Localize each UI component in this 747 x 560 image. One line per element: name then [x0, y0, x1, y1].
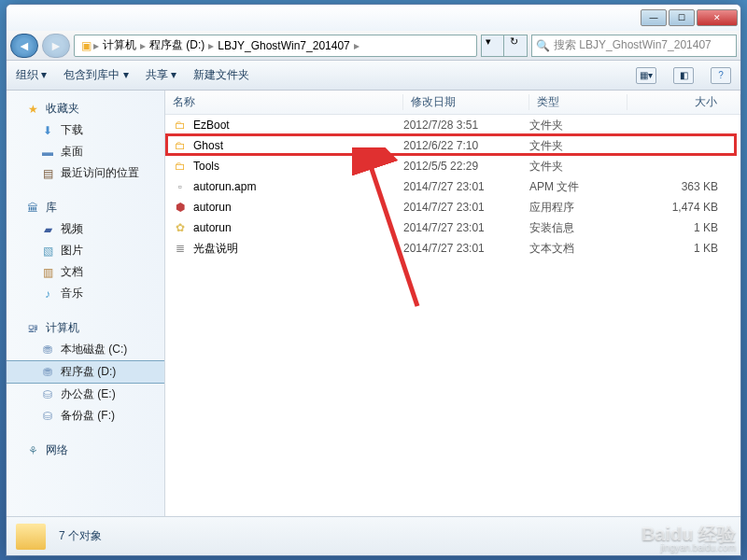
file-type: APM 文件: [529, 179, 627, 195]
sidebar-item-label: 下载: [61, 122, 83, 138]
exe-icon: ⬢: [173, 201, 188, 214]
sidebar-item-label: 最近访问的位置: [61, 165, 139, 181]
file-date: 2014/7/27 23:01: [403, 201, 529, 214]
status-text: 7 个对象: [59, 528, 102, 544]
desktop-icon: ▬: [40, 146, 55, 159]
sidebar-item-music[interactable]: ♪音乐: [7, 283, 164, 304]
column-name[interactable]: 名称: [165, 94, 403, 110]
search-icon: 🔍: [536, 39, 550, 52]
folder-icon: ▣: [78, 39, 93, 52]
sidebar-item-label: 视频: [61, 221, 83, 237]
network-label: 网络: [46, 442, 68, 458]
drive-icon: ⛃: [40, 343, 55, 357]
minimize-button[interactable]: —: [641, 9, 667, 26]
sidebar-item-downloads[interactable]: ⬇下载: [7, 119, 164, 141]
sidebar-item-videos[interactable]: ▰视频: [7, 218, 164, 240]
new-folder-button[interactable]: 新建文件夹: [193, 67, 249, 83]
file-date: 2012/7/28 3:51: [403, 119, 529, 132]
star-icon: ★: [25, 103, 40, 116]
sidebar-item-drive-c[interactable]: ⛃本地磁盘 (C:): [7, 339, 164, 360]
close-button[interactable]: ✕: [697, 9, 738, 26]
libraries-label: 库: [46, 200, 57, 216]
file-type: 应用程序: [529, 200, 627, 216]
file-row[interactable]: 🗀Ghost2012/6/22 7:10文件夹: [165, 135, 740, 156]
file-name: Ghost: [193, 139, 223, 152]
address-bar[interactable]: ▣ ▸ 计算机 ▸ 程序盘 (D:) ▸ LBJY_GhostWin7_2014…: [74, 35, 477, 57]
computer-group[interactable]: 🖳计算机: [7, 317, 164, 339]
apm-icon: ▫: [173, 180, 188, 193]
file-name: EzBoot: [193, 119, 230, 132]
file-row[interactable]: ▫autorun.apm2014/7/27 23:01APM 文件363 KB: [165, 176, 740, 197]
folder-icon: 🗀: [173, 119, 188, 132]
column-type[interactable]: 类型: [529, 94, 627, 110]
breadcrumb-drive[interactable]: 程序盘 (D:): [146, 37, 208, 53]
file-name: Tools: [193, 160, 219, 173]
file-type: 文件夹: [529, 118, 627, 133]
breadcrumb-computer[interactable]: 计算机: [99, 37, 140, 53]
file-row[interactable]: 🗀EzBoot2012/7/28 3:51文件夹: [165, 115, 740, 135]
file-row[interactable]: ⬢autorun2014/7/27 23:01应用程序1,474 KB: [165, 197, 740, 217]
computer-icon: 🖳: [25, 322, 40, 335]
sidebar-item-recent[interactable]: ▤最近访问的位置: [7, 162, 164, 184]
file-row[interactable]: ≣光盘说明2014/7/27 23:01文本文档1 KB: [165, 238, 740, 259]
network-icon: ⚘: [25, 444, 40, 457]
sidebar-item-drive-f[interactable]: ⛁备份盘 (F:): [7, 405, 164, 427]
sidebar-item-desktop[interactable]: ▬桌面: [7, 141, 164, 162]
sidebar-item-label: 办公盘 (E:): [61, 386, 116, 402]
column-date[interactable]: 修改日期: [403, 94, 529, 110]
file-size: 1,474 KB: [627, 201, 740, 214]
libraries-group[interactable]: 🏛库: [7, 197, 164, 218]
search-input[interactable]: 🔍 搜索 LBJY_GhostWin7_201407: [531, 35, 737, 57]
file-type: 安装信息: [529, 220, 627, 236]
history-dropdown[interactable]: ▾: [482, 35, 504, 56]
sidebar-item-label: 桌面: [61, 144, 83, 160]
navbar: ◄ ► ▣ ▸ 计算机 ▸ 程序盘 (D:) ▸ LBJY_GhostWin7_…: [7, 31, 740, 61]
view-options-button[interactable]: ▦▾: [636, 67, 656, 84]
sidebar-item-label: 音乐: [61, 286, 83, 301]
file-date: 2012/6/22 7:10: [403, 139, 529, 152]
video-icon: ▰: [40, 223, 55, 236]
share-menu[interactable]: 共享 ▾: [146, 67, 176, 83]
sidebar-item-pictures[interactable]: ▧图片: [7, 240, 164, 261]
file-size: 363 KB: [627, 180, 740, 193]
file-name: autorun: [193, 201, 232, 214]
picture-icon: ▧: [40, 245, 55, 258]
column-size[interactable]: 大小: [627, 94, 740, 110]
sidebar-item-documents[interactable]: ▥文档: [7, 261, 164, 283]
favorites-group[interactable]: ★收藏夹: [7, 98, 164, 119]
drive-icon: ⛁: [40, 388, 55, 401]
file-list-pane: 名称 修改日期 类型 大小 🗀EzBoot2012/7/28 3:51文件夹🗀G…: [165, 91, 740, 516]
sidebar-item-label: 程序盘 (D:): [61, 364, 116, 380]
organize-menu[interactable]: 组织 ▾: [16, 67, 47, 83]
navigation-pane: ★收藏夹 ⬇下载 ▬桌面 ▤最近访问的位置 🏛库 ▰视频 ▧图片 ▥文档 ♪音乐…: [7, 91, 165, 516]
sidebar-item-drive-e[interactable]: ⛁办公盘 (E:): [7, 384, 164, 405]
file-type: 文件夹: [529, 138, 627, 154]
search-placeholder: 搜索 LBJY_GhostWin7_201407: [554, 37, 712, 53]
inf-icon: ✿: [173, 221, 188, 234]
file-date: 2012/5/5 22:29: [403, 160, 529, 173]
network-group[interactable]: ⚘网络: [7, 440, 164, 461]
file-name: autorun.apm: [193, 180, 256, 193]
file-row[interactable]: 🗀Tools2012/5/5 22:29文件夹: [165, 156, 740, 176]
breadcrumb-folder[interactable]: LBJY_GhostWin7_201407: [214, 39, 353, 52]
document-icon: ▥: [40, 266, 55, 279]
maximize-button[interactable]: ☐: [669, 9, 695, 26]
explorer-window: — ☐ ✕ ◄ ► ▣ ▸ 计算机 ▸ 程序盘 (D:) ▸ LBJY_Ghos…: [6, 4, 741, 556]
titlebar: — ☐ ✕: [7, 5, 740, 31]
column-headers: 名称 修改日期 类型 大小: [165, 91, 740, 115]
forward-button[interactable]: ►: [42, 34, 70, 58]
sidebar-item-label: 文档: [61, 264, 83, 280]
explorer-body: ★收藏夹 ⬇下载 ▬桌面 ▤最近访问的位置 🏛库 ▰视频 ▧图片 ▥文档 ♪音乐…: [7, 91, 740, 516]
sidebar-item-label: 图片: [61, 243, 83, 259]
refresh-button[interactable]: ↻: [504, 35, 527, 56]
sidebar-item-label: 备份盘 (F:): [61, 408, 115, 424]
help-button[interactable]: ?: [711, 67, 731, 84]
include-in-library-menu[interactable]: 包含到库中 ▾: [63, 67, 128, 83]
download-icon: ⬇: [40, 124, 55, 137]
file-rows: 🗀EzBoot2012/7/28 3:51文件夹🗀Ghost2012/6/22 …: [165, 115, 740, 516]
back-button[interactable]: ◄: [10, 34, 38, 58]
file-row[interactable]: ✿autorun2014/7/27 23:01安装信息1 KB: [165, 217, 740, 238]
library-icon: 🏛: [25, 202, 40, 215]
preview-pane-button[interactable]: ◧: [673, 67, 694, 84]
sidebar-item-drive-d[interactable]: ⛃程序盘 (D:): [7, 360, 164, 384]
